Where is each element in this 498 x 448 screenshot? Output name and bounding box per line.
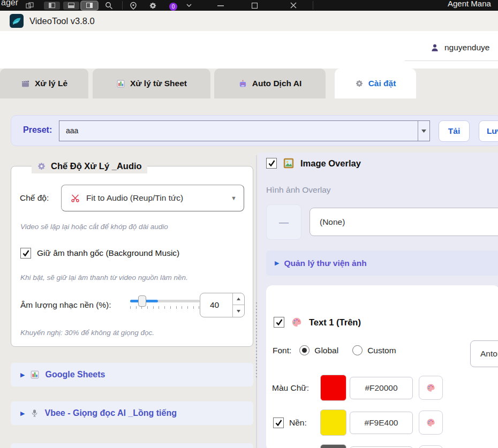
clapperboard-icon (21, 79, 30, 88)
font-row: Font: Global Custom (273, 345, 396, 355)
gear-icon (355, 79, 364, 88)
font-global-label: Global (314, 346, 338, 355)
image-icon (283, 158, 294, 169)
keep-audio-hint: Khi bật, sẽ giữ lại âm thanh từ video ng… (20, 274, 188, 282)
section-vbee[interactable]: ▶ Vbee - Giọng đọc AI _Lồng tiếng (11, 401, 253, 425)
palette-icon (426, 383, 436, 393)
extra-color-swatch[interactable] (320, 444, 346, 448)
expand-arrow-icon: ▶ (20, 410, 25, 417)
user-account[interactable]: nguyenduye (430, 43, 489, 52)
background-color-row: Nền: (273, 409, 443, 436)
volume-value: 40 (210, 293, 219, 317)
preset-save-button[interactable]: Lưu (479, 120, 498, 142)
text-color-row: Màu Chữ: (272, 375, 443, 401)
overlay-thumbnail: — (266, 204, 301, 240)
panel-splitter-grip[interactable] (256, 302, 257, 377)
mode-dropdown[interactable]: Fit to Audio (Reup/Tin tức) ▼ (61, 185, 244, 211)
tab-label: Xử lý Lẻ (35, 79, 67, 88)
extra-color-picker-button[interactable] (419, 445, 443, 448)
volume-spinner[interactable]: 40 (200, 293, 245, 317)
font-custom-label: Custom (367, 346, 396, 355)
section-label: Vbee - Giọng đọc AI _Lồng tiếng (44, 408, 177, 418)
taskbar-separator (122, 1, 123, 10)
combo-dropdown-arrow-icon[interactable] (418, 121, 429, 141)
background-color-swatch[interactable] (320, 409, 346, 436)
tab-label: Auto Dịch AI (252, 79, 301, 88)
preset-combobox[interactable]: aaa (59, 120, 430, 141)
image-library-section[interactable]: ▶ Quản lý thư viện ảnh (266, 250, 498, 276)
search-icon[interactable] (105, 0, 113, 11)
expand-arrow-icon: ▶ (275, 260, 279, 267)
volume-label: Âm lượng nhạc nền (%): (20, 300, 111, 310)
app-titlebar: VideoTool v3.8.0 (0, 11, 498, 31)
palette-icon (426, 417, 436, 428)
background-color-picker-button[interactable] (419, 411, 443, 435)
header-strip: nguyenduye (0, 31, 498, 69)
image-overlay-title: Image Overlay (300, 158, 361, 169)
font-global-radio[interactable] (299, 345, 310, 355)
audio-groupbox-title: Chế Độ Xử Lý _Audio (32, 159, 147, 173)
chevron-down-icon[interactable] (186, 0, 192, 11)
palette-icon (291, 316, 303, 328)
volume-slider[interactable] (130, 295, 200, 309)
keep-audio-row: Giữ âm thanh gốc (Background Music) (20, 248, 179, 259)
tab-xu-ly-tu-sheet[interactable]: Xử lý từ Sheet (93, 69, 210, 98)
notification-badge[interactable]: 0 (169, 3, 177, 11)
mode-label: Chế độ: (20, 193, 49, 203)
audio-groupbox-title-text: Chế Độ Xử Lý _Audio (51, 161, 142, 171)
overlay-image-dropdown[interactable]: (None) (310, 208, 498, 236)
image-overlay-checkbox[interactable] (266, 158, 277, 169)
text-color-picker-button[interactable] (419, 376, 443, 400)
expand-arrow-icon: ▶ (20, 371, 25, 378)
volume-hint: Khuyến nghị: 30% để không át giọng đọc. (20, 329, 154, 337)
background-hex-field[interactable] (350, 412, 413, 434)
extra-color-row (320, 444, 443, 448)
slider-thumb[interactable] (138, 295, 146, 307)
gear-icon (37, 162, 46, 171)
background-checkbox[interactable] (273, 417, 284, 428)
app-title: VideoTool v3.8.0 (29, 16, 95, 26)
preset-load-button[interactable]: Tải (439, 120, 470, 142)
user-icon (430, 43, 440, 52)
window-layout-bottom-button[interactable] (63, 2, 79, 10)
user-name: nguyenduye (444, 43, 489, 52)
thumbnail-placeholder: — (279, 217, 289, 228)
font-label: Font: (273, 346, 291, 355)
close-icon[interactable] (290, 0, 297, 11)
font-dropdown[interactable]: Anton [Assets] (470, 340, 498, 367)
tab-auto-dich-ai[interactable]: Auto Dịch AI (214, 69, 326, 98)
font-custom-radio[interactable] (352, 345, 363, 355)
minimize-icon[interactable] (217, 0, 224, 11)
overlay-image-value: (None) (310, 217, 345, 227)
window-layout-left-button[interactable] (44, 2, 60, 10)
slider-track[interactable] (130, 300, 200, 302)
chevron-down-icon: ▼ (231, 195, 237, 201)
section-google-sheets[interactable]: ▶ Google Sheets (11, 363, 253, 386)
chart-icon (30, 370, 40, 379)
window-layout-right-button[interactable] (81, 2, 97, 10)
panel-divider (256, 155, 257, 448)
tab-xu-ly-le[interactable]: Xử lý Lẻ (0, 69, 88, 98)
spinner-buttons (232, 293, 244, 317)
text-color-label: Màu Chữ: (272, 383, 320, 393)
text1-checkbox[interactable] (274, 317, 284, 328)
microphone-icon (30, 408, 39, 418)
text-color-hex-field[interactable] (350, 377, 413, 399)
section-partial[interactable]: ▶ (11, 443, 253, 448)
section-label: Google Sheets (45, 370, 105, 379)
text-color-swatch[interactable] (320, 375, 346, 401)
keep-audio-checkbox[interactable] (20, 248, 31, 259)
tab-label: Xử lý từ Sheet (130, 79, 187, 88)
chart-icon (116, 79, 125, 88)
pin-icon[interactable] (130, 0, 137, 11)
settings-gear-icon[interactable] (149, 0, 157, 11)
spinner-down-icon[interactable] (233, 305, 244, 317)
tab-cai-dat[interactable]: Cài đặt (335, 69, 416, 98)
maximize-icon[interactable] (252, 0, 258, 11)
extra-hex-field[interactable] (350, 446, 413, 448)
background-label: Nền: (289, 418, 316, 428)
overlap-squares-icon[interactable] (26, 0, 34, 11)
overlay-image-label: Hình ảnh Overlay (266, 185, 331, 195)
slider-fill (130, 300, 158, 302)
spinner-up-icon[interactable] (233, 293, 244, 305)
